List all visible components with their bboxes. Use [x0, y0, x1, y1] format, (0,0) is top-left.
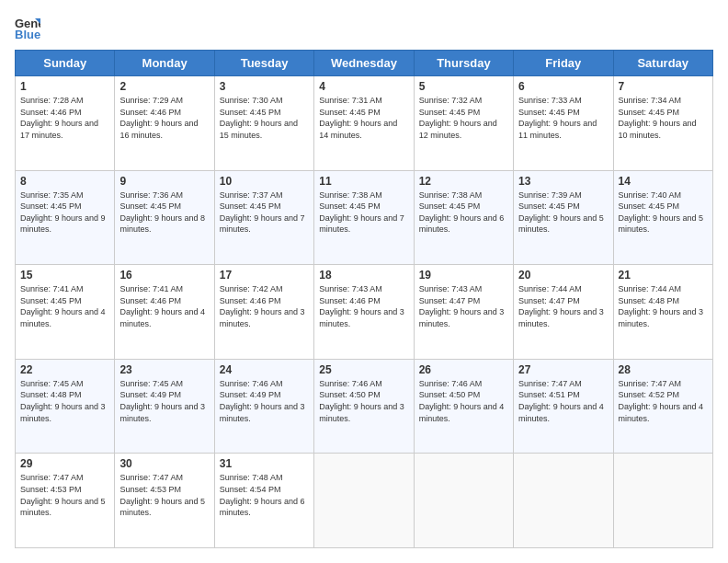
day-number: 1: [20, 80, 109, 93]
cell-info: Sunrise: 7:40 AM Sunset: 4:45 PM Dayligh…: [619, 190, 708, 236]
calendar-cell: 16 Sunrise: 7:41 AM Sunset: 4:46 PM Dayl…: [115, 265, 214, 360]
weekday-header-wednesday: Wednesday: [314, 51, 414, 76]
day-number: 5: [419, 80, 508, 93]
calendar-cell: 28 Sunrise: 7:47 AM Sunset: 4:52 PM Dayl…: [613, 359, 712, 454]
cell-info: Sunrise: 7:33 AM Sunset: 4:45 PM Dayligh…: [518, 95, 608, 141]
day-number: 9: [119, 175, 209, 188]
calendar-cell: [314, 454, 414, 548]
calendar-cell: 8 Sunrise: 7:35 AM Sunset: 4:45 PM Dayli…: [16, 170, 115, 265]
day-number: 14: [619, 175, 708, 188]
day-number: 11: [319, 175, 408, 188]
cell-info: Sunrise: 7:47 AM Sunset: 4:51 PM Dayligh…: [518, 378, 608, 424]
logo: General Blue: [15, 15, 40, 40]
cell-info: Sunrise: 7:38 AM Sunset: 4:45 PM Dayligh…: [319, 190, 408, 236]
calendar-cell: [613, 454, 712, 548]
day-number: 23: [119, 363, 209, 376]
calendar-cell: [514, 454, 613, 548]
calendar-cell: 5 Sunrise: 7:32 AM Sunset: 4:45 PM Dayli…: [414, 76, 513, 171]
calendar-table: SundayMondayTuesdayWednesdayThursdayFrid…: [15, 50, 713, 548]
cell-info: Sunrise: 7:47 AM Sunset: 4:52 PM Dayligh…: [619, 378, 708, 424]
day-number: 18: [319, 269, 408, 282]
day-number: 31: [220, 457, 309, 470]
cell-info: Sunrise: 7:38 AM Sunset: 4:45 PM Dayligh…: [419, 190, 508, 236]
calendar-cell: [414, 454, 513, 548]
day-number: 22: [20, 363, 109, 376]
cell-info: Sunrise: 7:47 AM Sunset: 4:53 PM Dayligh…: [20, 472, 109, 518]
calendar-cell: 29 Sunrise: 7:47 AM Sunset: 4:53 PM Dayl…: [16, 454, 115, 548]
cell-info: Sunrise: 7:46 AM Sunset: 4:50 PM Dayligh…: [419, 378, 508, 424]
cell-info: Sunrise: 7:48 AM Sunset: 4:54 PM Dayligh…: [220, 472, 309, 518]
calendar-cell: 17 Sunrise: 7:42 AM Sunset: 4:46 PM Dayl…: [214, 265, 313, 360]
cell-info: Sunrise: 7:41 AM Sunset: 4:46 PM Dayligh…: [119, 283, 209, 329]
cell-info: Sunrise: 7:37 AM Sunset: 4:45 PM Dayligh…: [220, 190, 309, 236]
cell-info: Sunrise: 7:46 AM Sunset: 4:49 PM Dayligh…: [220, 378, 309, 424]
svg-text:Blue: Blue: [15, 28, 40, 40]
day-number: 25: [319, 363, 408, 376]
calendar-cell: 22 Sunrise: 7:45 AM Sunset: 4:48 PM Dayl…: [16, 359, 115, 454]
cell-info: Sunrise: 7:44 AM Sunset: 4:48 PM Dayligh…: [619, 283, 708, 329]
calendar-cell: 7 Sunrise: 7:34 AM Sunset: 4:45 PM Dayli…: [613, 76, 712, 171]
day-number: 4: [319, 80, 408, 93]
weekday-header-thursday: Thursday: [414, 51, 513, 76]
calendar-cell: 15 Sunrise: 7:41 AM Sunset: 4:45 PM Dayl…: [16, 265, 115, 360]
day-number: 16: [119, 269, 209, 282]
calendar-cell: 18 Sunrise: 7:43 AM Sunset: 4:46 PM Dayl…: [314, 265, 414, 360]
cell-info: Sunrise: 7:36 AM Sunset: 4:45 PM Dayligh…: [119, 190, 209, 236]
calendar-cell: 6 Sunrise: 7:33 AM Sunset: 4:45 PM Dayli…: [514, 76, 613, 171]
cell-info: Sunrise: 7:45 AM Sunset: 4:49 PM Dayligh…: [119, 378, 209, 424]
cell-info: Sunrise: 7:34 AM Sunset: 4:45 PM Dayligh…: [619, 95, 708, 141]
weekday-header-monday: Monday: [115, 51, 214, 76]
calendar-cell: 9 Sunrise: 7:36 AM Sunset: 4:45 PM Dayli…: [115, 170, 214, 265]
day-number: 2: [119, 80, 209, 93]
day-number: 19: [419, 269, 508, 282]
weekday-header-tuesday: Tuesday: [214, 51, 313, 76]
calendar-cell: 24 Sunrise: 7:46 AM Sunset: 4:49 PM Dayl…: [214, 359, 313, 454]
calendar-cell: 21 Sunrise: 7:44 AM Sunset: 4:48 PM Dayl…: [613, 265, 712, 360]
calendar-cell: 2 Sunrise: 7:29 AM Sunset: 4:46 PM Dayli…: [115, 76, 214, 171]
day-number: 28: [619, 363, 708, 376]
weekday-header-friday: Friday: [514, 51, 613, 76]
calendar-cell: 25 Sunrise: 7:46 AM Sunset: 4:50 PM Dayl…: [314, 359, 414, 454]
calendar-cell: 12 Sunrise: 7:38 AM Sunset: 4:45 PM Dayl…: [414, 170, 513, 265]
cell-info: Sunrise: 7:44 AM Sunset: 4:47 PM Dayligh…: [518, 283, 608, 329]
calendar-cell: 4 Sunrise: 7:31 AM Sunset: 4:45 PM Dayli…: [314, 76, 414, 171]
day-number: 3: [220, 80, 309, 93]
cell-info: Sunrise: 7:28 AM Sunset: 4:46 PM Dayligh…: [20, 95, 109, 141]
calendar-cell: 31 Sunrise: 7:48 AM Sunset: 4:54 PM Dayl…: [214, 454, 313, 548]
cell-info: Sunrise: 7:35 AM Sunset: 4:45 PM Dayligh…: [20, 190, 109, 236]
cell-info: Sunrise: 7:43 AM Sunset: 4:47 PM Dayligh…: [419, 283, 508, 329]
cell-info: Sunrise: 7:42 AM Sunset: 4:46 PM Dayligh…: [220, 283, 309, 329]
cell-info: Sunrise: 7:32 AM Sunset: 4:45 PM Dayligh…: [419, 95, 508, 141]
day-number: 7: [619, 80, 708, 93]
weekday-header-saturday: Saturday: [613, 51, 712, 76]
cell-info: Sunrise: 7:29 AM Sunset: 4:46 PM Dayligh…: [119, 95, 209, 141]
cell-info: Sunrise: 7:31 AM Sunset: 4:45 PM Dayligh…: [319, 95, 408, 141]
calendar-cell: 3 Sunrise: 7:30 AM Sunset: 4:45 PM Dayli…: [214, 76, 313, 171]
day-number: 15: [20, 269, 109, 282]
day-number: 13: [518, 175, 608, 188]
day-number: 6: [518, 80, 608, 93]
calendar-cell: 10 Sunrise: 7:37 AM Sunset: 4:45 PM Dayl…: [214, 170, 313, 265]
calendar-cell: 11 Sunrise: 7:38 AM Sunset: 4:45 PM Dayl…: [314, 170, 414, 265]
day-number: 26: [419, 363, 508, 376]
calendar-cell: 30 Sunrise: 7:47 AM Sunset: 4:53 PM Dayl…: [115, 454, 214, 548]
calendar-cell: 14 Sunrise: 7:40 AM Sunset: 4:45 PM Dayl…: [613, 170, 712, 265]
day-number: 21: [619, 269, 708, 282]
day-number: 24: [220, 363, 309, 376]
calendar-cell: 23 Sunrise: 7:45 AM Sunset: 4:49 PM Dayl…: [115, 359, 214, 454]
calendar-cell: 19 Sunrise: 7:43 AM Sunset: 4:47 PM Dayl…: [414, 265, 513, 360]
calendar-cell: 20 Sunrise: 7:44 AM Sunset: 4:47 PM Dayl…: [514, 265, 613, 360]
cell-info: Sunrise: 7:46 AM Sunset: 4:50 PM Dayligh…: [319, 378, 408, 424]
day-number: 20: [518, 269, 608, 282]
day-number: 8: [20, 175, 109, 188]
cell-info: Sunrise: 7:30 AM Sunset: 4:45 PM Dayligh…: [220, 95, 309, 141]
weekday-header-sunday: Sunday: [16, 51, 115, 76]
cell-info: Sunrise: 7:39 AM Sunset: 4:45 PM Dayligh…: [518, 190, 608, 236]
calendar-cell: 27 Sunrise: 7:47 AM Sunset: 4:51 PM Dayl…: [514, 359, 613, 454]
calendar-cell: 1 Sunrise: 7:28 AM Sunset: 4:46 PM Dayli…: [16, 76, 115, 171]
calendar-cell: 13 Sunrise: 7:39 AM Sunset: 4:45 PM Dayl…: [514, 170, 613, 265]
cell-info: Sunrise: 7:43 AM Sunset: 4:46 PM Dayligh…: [319, 283, 408, 329]
day-number: 10: [220, 175, 309, 188]
calendar-cell: 26 Sunrise: 7:46 AM Sunset: 4:50 PM Dayl…: [414, 359, 513, 454]
day-number: 27: [518, 363, 608, 376]
